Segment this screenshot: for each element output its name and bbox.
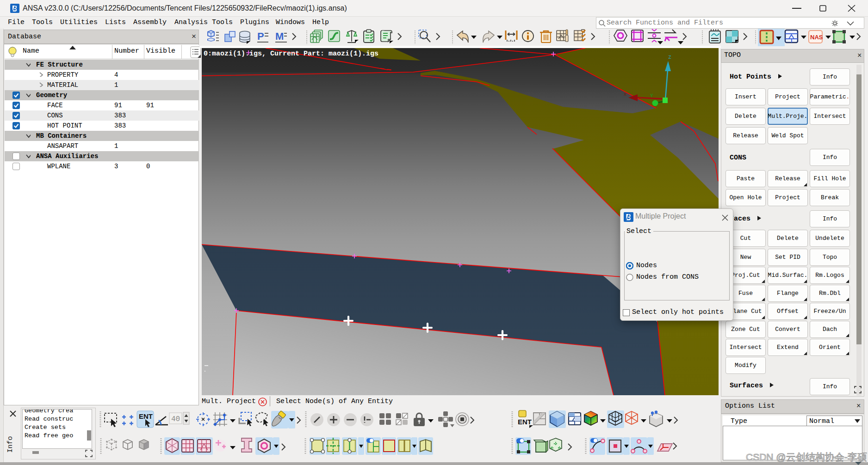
svg-text:0:maozi(1).igs, Current Part:: 0:maozi(1).igs, Current Part: maozi(1).i… [204,50,378,58]
svg-text:ENT: ENT [518,418,532,426]
svg-text:M: M [275,31,284,42]
svg-text:40: 40 [171,415,180,423]
svg-text:Y: Y [650,93,653,98]
svg-text:P: P [257,31,264,42]
svg-text:ENT: ENT [139,412,153,420]
svg-text:z: z [668,54,671,61]
svg-text:x: x [624,92,627,97]
svg-text:NAS: NAS [810,34,823,41]
